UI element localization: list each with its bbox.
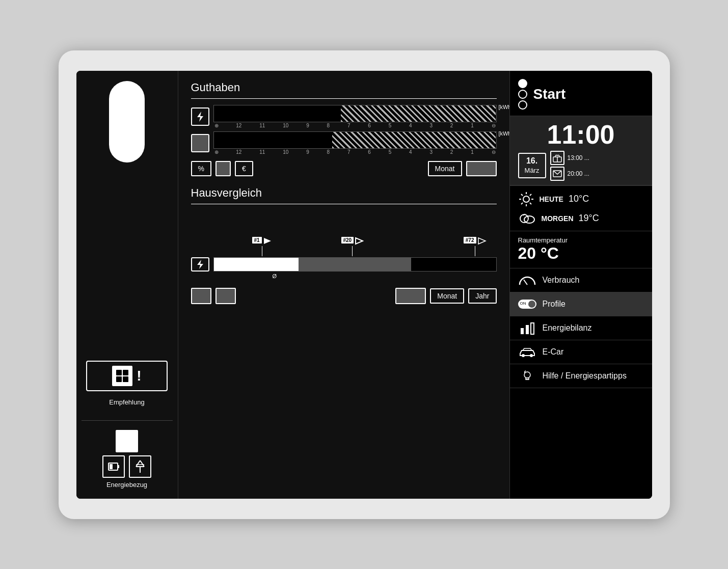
appt-row-2: 20:00 ... <box>550 167 644 181</box>
hausvergleich-section: Hausvergleich #1 <box>191 186 497 304</box>
hv-avg-label: Ø <box>273 273 277 279</box>
heute-temp: 10°C <box>569 194 589 204</box>
bar2-hatched <box>332 132 496 148</box>
svg-rect-35 <box>526 325 529 334</box>
nav-verbrauch[interactable]: Verbrauch <box>510 268 652 292</box>
flag1-pole <box>262 246 262 256</box>
svg-line-8 <box>140 460 144 467</box>
car-icon <box>518 345 536 359</box>
nav-ecar[interactable]: E-Car <box>510 340 652 364</box>
nav-energiebilanz[interactable]: Energiebilanz <box>510 316 652 340</box>
appt-box: 13:00 ... 20:00 ... <box>550 151 644 181</box>
monat-blank <box>466 161 497 176</box>
toggle-icon <box>518 297 536 311</box>
right-header: Start <box>510 71 652 116</box>
flag72: #72 <box>464 237 487 256</box>
room-temp-value: 20 °C <box>518 244 644 263</box>
tl-green <box>518 100 527 110</box>
svg-rect-3 <box>123 376 128 382</box>
battery-icon-box <box>102 455 125 478</box>
svg-point-39 <box>524 372 530 378</box>
euro-button[interactable]: € <box>235 161 253 176</box>
monat-button[interactable]: Monat <box>428 161 462 176</box>
gift-icon <box>553 153 562 162</box>
appt2-time: 20:00 ... <box>568 170 589 177</box>
lightning-icon <box>195 111 206 122</box>
energy-icons-row <box>102 455 151 478</box>
svg-marker-16 <box>197 260 203 269</box>
bar1-outer <box>213 105 497 122</box>
bar2-kwh: [kWh] <box>498 130 509 137</box>
bar2-row: [kWh] ⊕ 12 11 10 9 8 7 6 5 4 3 <box>191 131 497 155</box>
svg-rect-1 <box>123 370 128 375</box>
clock-info-row: 16. März 13:00 ... <box>518 151 644 181</box>
hv-buttons: Monat Jahr <box>191 288 497 304</box>
hv-lightning-icon <box>195 259 205 269</box>
puzzle-icon <box>115 369 129 383</box>
bars-svg <box>520 321 535 335</box>
cal-day: 16. <box>523 156 541 167</box>
guthaben-buttons: % € Monat <box>191 161 497 176</box>
nav-profile[interactable]: Profile <box>510 292 652 316</box>
hv-bar-white <box>214 258 299 271</box>
bulb-svg <box>521 370 533 382</box>
calendar-box: 16. März <box>518 153 546 178</box>
battery-icon <box>107 460 120 473</box>
main-content: Guthaben [kWh] ⊕ <box>178 71 509 499</box>
sidebar: ! Empfehlung <box>76 71 178 499</box>
svg-marker-12 <box>197 112 203 122</box>
svg-line-27 <box>530 194 531 196</box>
device-frame: ! Empfehlung <box>59 50 670 519</box>
morgen-temp: 19°C <box>579 213 599 224</box>
svg-line-7 <box>136 460 140 467</box>
screen: ! Empfehlung <box>76 71 652 499</box>
room-temp-label: Raumtemperatur <box>518 236 644 244</box>
ecar-label: E-Car <box>543 347 564 357</box>
hv-jahr-button[interactable]: Jahr <box>468 288 496 304</box>
hv-bar-outer <box>213 257 497 272</box>
flag1-icon <box>263 237 272 246</box>
energiebilanz-icon <box>518 321 536 335</box>
svg-point-20 <box>523 196 529 202</box>
hv-bar-dark <box>299 258 412 271</box>
appt-row-1: 13:00 ... <box>550 151 644 165</box>
flag72-label: #72 <box>464 237 476 243</box>
sidebar-pill <box>109 81 145 162</box>
bar2-icon-blank <box>191 134 209 152</box>
mail-icon-box <box>550 167 564 181</box>
svg-point-31 <box>524 216 534 223</box>
empfehlung-box[interactable]: ! <box>86 361 168 391</box>
sidebar-bottom: ! Empfehlung <box>82 361 173 489</box>
hausvergleich-divider <box>191 204 497 204</box>
svg-line-26 <box>530 203 531 204</box>
start-title[interactable]: Start <box>533 86 566 102</box>
hv-blank2 <box>215 288 236 304</box>
hv-monat-button[interactable]: Monat <box>430 288 464 304</box>
power-tower-icon <box>133 459 147 474</box>
hv-bar-row <box>191 257 497 272</box>
svg-marker-14 <box>356 238 363 244</box>
guthaben-divider <box>191 98 497 99</box>
bulb-icon <box>518 369 536 383</box>
nav-hilfe[interactable]: Hilfe / Energiespartipps <box>510 364 652 388</box>
svg-point-38 <box>530 354 533 357</box>
car-svg <box>519 346 536 358</box>
traffic-light <box>518 79 527 110</box>
gauge-icon <box>518 273 536 287</box>
percent-button[interactable]: % <box>191 161 211 176</box>
hv-bar-icon <box>191 257 209 272</box>
empfehlung-label: Empfehlung <box>109 398 144 406</box>
weather-morgen-row: MORGEN 19°C <box>518 211 644 226</box>
svg-rect-6 <box>110 464 113 469</box>
energiebezug-section: Energiebezug <box>82 430 173 489</box>
hv-chart: #1 #20 <box>191 210 497 282</box>
svg-rect-5 <box>118 465 119 468</box>
svg-marker-13 <box>264 238 271 244</box>
guthaben-section: Guthaben [kWh] ⊕ <box>191 81 497 176</box>
unit-blank-1 <box>215 161 231 176</box>
empfehlung-icon <box>112 366 132 386</box>
bar2-container: [kWh] ⊕ 12 11 10 9 8 7 6 5 4 3 <box>213 131 497 155</box>
bar2-scale: ⊕ 12 11 10 9 8 7 6 5 4 3 2 1 <box>213 149 497 155</box>
morgen-label: MORGEN <box>542 214 574 223</box>
gift-icon-box <box>550 151 564 165</box>
